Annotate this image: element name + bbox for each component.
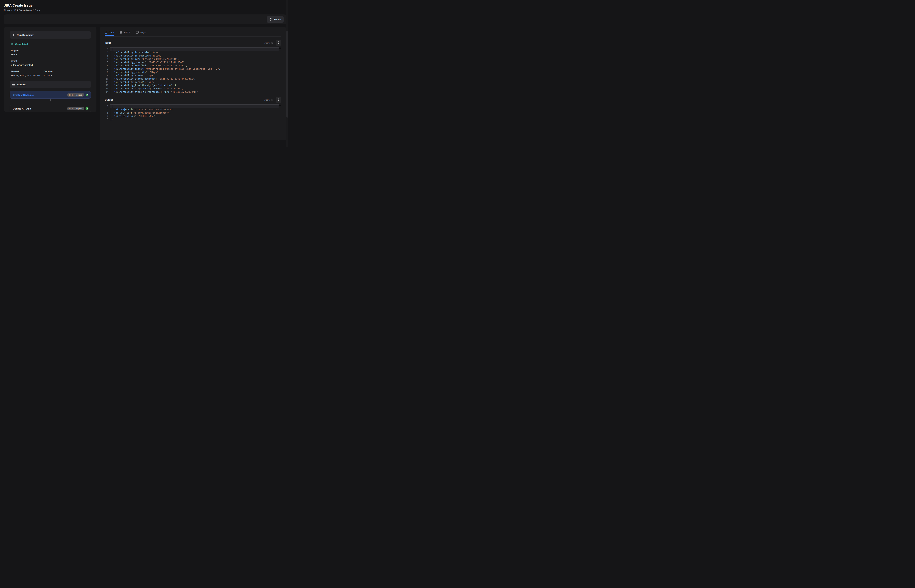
code-line: 4 "vulnerability_id": "67ac9f78ddb0f1e2c… — [105, 57, 279, 61]
rerun-button[interactable]: Re-run — [267, 16, 283, 23]
code-line: 3 "af_vuln_id": "67ac9f78ddb0f1e2c26cb18… — [105, 111, 279, 115]
code-line: 12 "vulnerability_likelihood_of_exploita… — [105, 84, 279, 87]
action-type-badge: HTTP Request — [67, 93, 84, 97]
code-line: 2 "af_project_id": "67a2ab1ad4c73646f724… — [105, 108, 279, 111]
json-format-label: JSON — [264, 42, 270, 44]
line-number: 2 — [105, 51, 110, 54]
output-expand-button[interactable] — [276, 97, 281, 103]
code-line: 1{ — [105, 48, 279, 51]
run-summary-title: Run Summary — [17, 34, 34, 36]
terminal-icon — [136, 31, 139, 34]
action-name: Create JIRA Issue — [13, 94, 66, 96]
line-number: 5 — [105, 61, 110, 64]
status-label: Completed — [15, 43, 28, 45]
run-status: Completed — [10, 43, 91, 45]
breadcrumb-item-flow-name[interactable]: JIRA Create Issue — [13, 9, 32, 12]
line-number: 14 — [105, 90, 110, 94]
line-number: 11 — [105, 81, 110, 84]
json-format-label: JSON — [264, 99, 270, 101]
output-code-block: 1{2 "af_project_id": "67a2ab1ad4c73646f7… — [105, 105, 281, 121]
output-json-link[interactable]: JSON — [264, 99, 274, 101]
run-summary-header[interactable]: Run Summary — [10, 31, 91, 39]
line-number: 6 — [105, 64, 110, 67]
rerun-label: Re-run — [274, 18, 281, 21]
started-label: Started — [10, 70, 43, 73]
line-number: 10 — [105, 77, 110, 81]
code-line: 8 "vulnerability_priority": "High", — [105, 71, 279, 74]
code-line: 7 "vulnerability_title": "Unrestricted U… — [105, 67, 279, 71]
run-summary-panel: Run Summary Completed Trigger Event Even… — [4, 27, 96, 112]
refresh-icon — [269, 18, 272, 21]
app-root: JIRA Create Issue Flows / JIRA Create Is… — [0, 0, 290, 147]
page-header: JIRA Create Issue Flows / JIRA Create Is… — [4, 4, 286, 12]
list-icon — [12, 83, 15, 86]
duration-label: Duration — [43, 70, 53, 73]
input-section-header: Input JSON — [105, 40, 281, 46]
action-item-update-af-vuln[interactable]: Update AF Vuln HTTP Request — [10, 105, 91, 112]
action-type-badge: HTTP Request — [67, 107, 84, 110]
event-value: vulnerability-created — [10, 64, 91, 66]
data-icon — [105, 31, 107, 34]
tab-http[interactable]: HTTP — [120, 31, 130, 34]
globe-icon — [120, 31, 122, 34]
event-label: Event — [10, 60, 91, 62]
code-line: 10 "vulnerability_status_updated": "2025… — [105, 77, 279, 81]
actions-title: Actions — [17, 83, 26, 86]
expand-vertical-icon — [277, 41, 280, 44]
duration-value: 1526ms — [43, 74, 52, 77]
line-number: 1 — [105, 105, 110, 108]
code-line: 5} — [105, 118, 279, 121]
tab-bar: Data HTTP Logs — [105, 31, 281, 37]
tab-label: Data — [109, 31, 114, 34]
breadcrumb-separator: / — [33, 9, 34, 12]
run-toolbar: Re-run — [4, 15, 286, 24]
line-number: 4 — [105, 115, 110, 118]
started-value: Feb 13, 2025, 12:17:44 AM — [10, 74, 43, 77]
code-line: 14 "vulnerability_steps_to_reproduce_HTM… — [105, 90, 279, 94]
flow-arrow-icon — [10, 99, 91, 102]
play-icon — [12, 34, 15, 36]
line-number: 5 — [105, 118, 110, 121]
input-expand-button[interactable] — [276, 40, 281, 46]
active-tab-indicator — [105, 35, 114, 36]
external-link-icon — [271, 99, 274, 101]
success-check-icon — [86, 107, 89, 110]
line-number: 7 — [105, 67, 110, 71]
status-check-icon — [11, 43, 13, 45]
external-link-icon — [271, 42, 274, 44]
input-json-link[interactable]: JSON — [264, 42, 274, 44]
tab-logs[interactable]: Logs — [136, 31, 146, 34]
run-data-panel: Data HTTP Logs — [100, 27, 286, 141]
breadcrumb-item-flows[interactable]: Flows — [4, 9, 10, 12]
code-line: 2 "vulnerability_is_visible": true, — [105, 51, 279, 54]
scrollbar-thumb[interactable] — [287, 31, 288, 118]
line-number: 4 — [105, 57, 110, 61]
input-code-block: 1{2 "vulnerability_is_visible": true,3 "… — [105, 48, 281, 94]
code-scrollbar-thumb[interactable] — [279, 48, 281, 48]
page-scrollbar[interactable] — [286, 0, 288, 147]
line-number: 12 — [105, 84, 110, 87]
line-number: 3 — [105, 54, 110, 57]
run-detail-layout: Run Summary Completed Trigger Event Even… — [4, 27, 286, 141]
trigger-label: Trigger — [10, 49, 91, 52]
tab-label: Logs — [140, 31, 146, 34]
breadcrumb-separator: / — [11, 9, 12, 12]
code-line: 11 "vulnerability_retest": "No", — [105, 81, 279, 84]
code-line: 9 "vulnerability_status": "Open", — [105, 74, 279, 77]
actions-header[interactable]: Actions — [10, 81, 91, 88]
line-number: 2 — [105, 108, 110, 111]
output-section-label: Output — [105, 99, 264, 101]
line-number: 8 — [105, 71, 110, 74]
code-scrollbar-thumb[interactable] — [279, 105, 281, 106]
action-item-create-jira-issue[interactable]: Create JIRA Issue HTTP Request — [10, 91, 91, 99]
expand-vertical-icon — [277, 99, 280, 101]
code-line: 13 "vulnerability_steps_to_reproduce": "… — [105, 87, 279, 90]
output-section-header: Output JSON — [105, 97, 281, 103]
breadcrumb-item-runs[interactable]: Runs — [35, 9, 40, 12]
code-line: 5 "vulnerability_created": "2025-02-12T1… — [105, 61, 279, 64]
tab-data[interactable]: Data — [105, 31, 114, 34]
trigger-value: Event — [10, 53, 91, 56]
code-line: 1{ — [105, 105, 279, 108]
breadcrumb: Flows / JIRA Create Issue / Runs — [4, 9, 286, 12]
line-number: 13 — [105, 87, 110, 90]
